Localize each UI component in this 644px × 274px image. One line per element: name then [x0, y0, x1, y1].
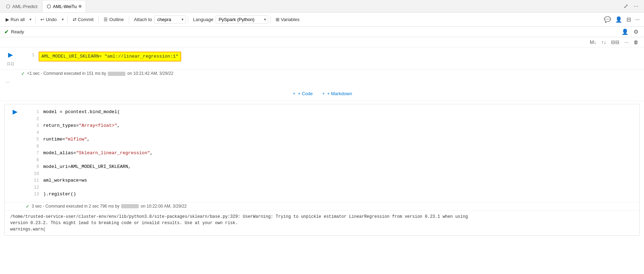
output-check-2: ✓ [26, 204, 29, 209]
output-time-2: 3 sec [32, 204, 42, 209]
move-btn[interactable]: ↑↓ [600, 39, 607, 46]
code-line-c2-2: 2 [28, 116, 637, 123]
undo-label: Undo [46, 17, 57, 22]
separator-6 [270, 16, 271, 23]
separator-1 [35, 16, 35, 23]
output-time-1: <1 sec [27, 71, 40, 76]
output-check-1: ✓ [21, 71, 25, 76]
toolbar-right: 💬 👤 ⊟ ··· [603, 15, 641, 24]
line-num-1: 1 [24, 52, 34, 58]
undo-icon: ↩ [40, 17, 44, 22]
settings-button[interactable]: ⚙ [632, 28, 640, 36]
variables-button[interactable]: ⊞ Variables [273, 15, 302, 24]
status-bar: ✔ Ready 👤 ⚙ [0, 27, 644, 37]
cell-1-code[interactable]: 1 AML_MODEL_URI_SKLEARN= "aml://linear_r… [21, 50, 644, 63]
cell-2-body: 1 model = pcontext.bind_model( 2 3 retur… [26, 104, 639, 202]
add-markdown-label: + Markdown [327, 91, 352, 96]
commit-button[interactable]: ⇄ Commit [70, 15, 97, 24]
cell-2-output: ✓ 3 sec - Command executed in 2 sec 796 … [5, 202, 639, 210]
redacted-user-2 [121, 204, 139, 208]
markdown-btn[interactable]: M↓ [589, 39, 598, 46]
notebook-icon-2: ⬡ [47, 4, 51, 9]
commit-icon: ⇄ [73, 17, 77, 22]
code-line-c2-9: 9 model_uri=AML_MODEL_URI_SKLEARN, [28, 163, 637, 170]
cell-1-number: [11] [6, 61, 15, 66]
cell-2-wrapper: ▶ 1 model = pcontext.bind_model( 2 3 ret… [4, 104, 640, 236]
add-cell-bar: ＋ + Code ＋ + Markdown [0, 86, 644, 101]
run-all-icon: ▶ [6, 17, 9, 22]
ellipsis-row: ··· [0, 78, 644, 86]
status-left: ✔ Ready [4, 28, 24, 35]
code-line-c2-5: 5 runtime="mlflow", [28, 136, 637, 143]
language-select-wrapper: PySpark (Python) [216, 15, 268, 24]
tab-aml-predict-label: AML-Predict [12, 4, 38, 9]
language-select[interactable]: PySpark (Python) [216, 15, 268, 24]
attach-select[interactable]: chepra [154, 15, 186, 24]
code-line-1: 1 AML_MODEL_URI_SKLEARN= "aml://linear_r… [24, 52, 641, 61]
separator-5 [188, 16, 188, 23]
expand-button[interactable]: ⤢ [622, 2, 630, 10]
tab-bar-actions: ⤢ ··· [622, 2, 643, 10]
code-line-c2-10: 10 [28, 170, 637, 177]
user-profile-button[interactable]: 👤 [620, 28, 630, 36]
tab-aml-weitu-label: AML-WeiTu [53, 4, 77, 9]
add-code-label: + Code [298, 91, 313, 96]
notebook-icon: ⬡ [6, 4, 10, 9]
more-options-button[interactable]: ··· [632, 2, 640, 10]
more-toolbar-button[interactable]: ··· [634, 16, 641, 24]
commit-label: Commit [78, 17, 94, 22]
run-all-dropdown[interactable]: ▾ [28, 16, 33, 23]
code-line-c2-8: 8 [28, 157, 637, 164]
undo-button[interactable]: ↩ Undo [38, 15, 59, 24]
warning-line-2: version 0.23.2. This might lead to break… [10, 220, 634, 226]
cell-2-left: ▶ [5, 104, 26, 202]
layout-button[interactable]: ⊟ [625, 15, 632, 24]
cell-1: ▶ [11] 1 AML_MODEL_URI_SKLEARN= "aml://l… [0, 47, 644, 70]
run-all-label: Run all [11, 17, 25, 22]
run-cell-2-button[interactable]: ▶ [12, 107, 18, 116]
tab-bar: ⬡ AML-Predict ⬡ AML-WeiTu ⤢ ··· [0, 0, 644, 13]
add-markdown-icon: ＋ [321, 90, 326, 97]
separator-2 [67, 16, 68, 23]
cell-2-code[interactable]: 1 model = pcontext.bind_model( 2 3 retur… [26, 107, 639, 199]
run-cell-1-button[interactable]: ▶ [7, 50, 14, 59]
add-code-button[interactable]: ＋ + Code [292, 90, 313, 97]
attach-select-wrapper: chepra [154, 15, 186, 24]
language-label: Language [193, 17, 213, 22]
cell-toolbar: M↓ ↑↓ ⊟⊟ ··· 🗑 [0, 37, 644, 47]
cell-2: ▶ 1 model = pcontext.bind_model( 2 3 ret… [5, 104, 639, 202]
variables-label: Variables [281, 17, 300, 22]
warning-output: /home/trusted-service-user/cluster-env/e… [5, 210, 639, 235]
status-right: 👤 ⚙ [620, 28, 640, 36]
code-line-c2-4: 4 [28, 129, 637, 136]
cell-1-highlighted: AML_MODEL_URI_SKLEARN= "aml://linear_reg… [39, 52, 181, 61]
code-line-c2-12: 12 [28, 184, 637, 191]
add-code-icon: ＋ [292, 90, 296, 97]
user-button[interactable]: 👤 [614, 15, 624, 24]
split-btn[interactable]: ⊟⊟ [610, 39, 621, 46]
outline-label: Outline [109, 17, 124, 22]
output-text-1: <1 sec - Command executed in 151 ms by o… [27, 71, 173, 76]
add-markdown-button[interactable]: ＋ + Markdown [321, 90, 352, 97]
delete-cell-btn[interactable]: 🗑 [632, 39, 640, 46]
tabs-container: ⬡ AML-Predict ⬡ AML-WeiTu [1, 0, 86, 12]
separator-4 [129, 16, 129, 23]
cell-more-btn[interactable]: ··· [623, 39, 630, 46]
cell-1-left: ▶ [11] [0, 47, 21, 69]
attach-to-label: Attach to [134, 17, 152, 22]
outline-button[interactable]: ☰ Outline [101, 15, 126, 24]
tab-aml-predict[interactable]: ⬡ AML-Predict [1, 0, 42, 12]
cell-1-body: 1 AML_MODEL_URI_SKLEARN= "aml://linear_r… [21, 47, 644, 69]
separator-3 [98, 16, 99, 23]
unsaved-indicator [79, 5, 81, 8]
output-suffix-2: on 10:22:00 AM, 3/29/22 [141, 204, 187, 209]
undo-dropdown[interactable]: ▾ [60, 16, 65, 23]
tab-aml-weitu[interactable]: ⬡ AML-WeiTu [42, 0, 86, 12]
variables-icon: ⊞ [276, 17, 280, 22]
toolbar: ▶ Run all ▾ ↩ Undo ▾ ⇄ Commit ☰ Outline … [0, 13, 644, 27]
code-line-c2-3: 3 return_types="Array<float>", [28, 122, 637, 129]
run-all-button[interactable]: ▶ Run all [3, 15, 27, 24]
output-detail-1: - Command executed in 151 ms by [41, 71, 106, 76]
status-icon: ✔ [4, 28, 9, 35]
chat-button[interactable]: 💬 [603, 15, 612, 24]
